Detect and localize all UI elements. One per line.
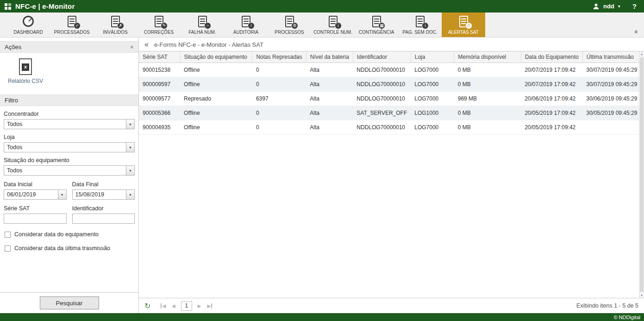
- sidebar-collapse-icon[interactable]: «: [144, 41, 149, 48]
- breadcrumb: « e-Forms NFC-e - e-Monitor - Alertas SA…: [139, 38, 644, 51]
- toolbar-item-inv-lidos[interactable]: ✗ INVÁLIDOS: [94, 13, 137, 37]
- app-logo-icon: [5, 3, 11, 10]
- toolbar-item-label: PROCESSADOS: [54, 30, 89, 35]
- column-header[interactable]: Última transmissão: [582, 51, 644, 63]
- table-cell: NDDLOG70000010: [353, 63, 411, 77]
- toolbar-item-controle-num[interactable]: i CONTROLE NUM.: [311, 13, 355, 37]
- toolbar-item-dashboard[interactable]: DASHBOARD: [6, 13, 50, 37]
- table-row[interactable]: 900005366Offline0AltaSAT_SERVER_OFFLOG10…: [139, 106, 644, 120]
- page-number-input[interactable]: 1: [181, 301, 192, 311]
- toolbar-item-auditoria[interactable]: i AUDITORIA: [224, 13, 268, 37]
- table-cell: 0 MB: [454, 120, 521, 135]
- table-cell: 0: [252, 77, 306, 92]
- checkbox-icon[interactable]: [5, 245, 11, 252]
- table-cell: Alta: [306, 63, 353, 77]
- results-grid: Série SATSituação do equipamentoNotas Re…: [139, 51, 644, 298]
- situacao-value: Todos: [4, 166, 126, 175]
- toolbar-item-label: PAG. SEM DOC.: [402, 30, 437, 35]
- toolbar-item-label: CORREÇÕES: [144, 30, 174, 35]
- next-page-button[interactable]: ▶: [196, 303, 203, 308]
- serie-sat-input[interactable]: [4, 214, 67, 224]
- chevron-down-icon[interactable]: ▼: [126, 166, 134, 175]
- toolbar-item-processados[interactable]: ✓ PROCESSADOS: [50, 13, 94, 37]
- column-header[interactable]: Notas Represadas: [252, 51, 306, 63]
- table-row[interactable]: 900004935Offline0AltaNDDLOG70000010LOG70…: [139, 120, 644, 135]
- refresh-icon[interactable]: ↻: [144, 302, 150, 310]
- help-button[interactable]: ?: [632, 2, 637, 10]
- table-cell: 0 MB: [454, 77, 521, 92]
- search-button[interactable]: Pesquisar: [40, 296, 99, 309]
- table-row[interactable]: 900015238Offline0AltaNDDLOG70000010LOG70…: [139, 63, 644, 77]
- identificador-input[interactable]: [72, 214, 135, 224]
- table-cell: 20/07/2019 17:09:42: [521, 63, 582, 77]
- situacao-select[interactable]: Todos ▼: [4, 165, 135, 176]
- user-menu[interactable]: ndd: [603, 3, 614, 10]
- column-header[interactable]: Identificador: [353, 51, 411, 63]
- table-cell: LOG7000: [411, 120, 454, 135]
- column-header[interactable]: Loja: [411, 51, 454, 63]
- table-row[interactable]: 900009577Represado6397AltaNDDLOG70000010…: [139, 92, 644, 106]
- table-cell: NDDLOG70000010: [353, 92, 411, 106]
- user-icon: [593, 3, 600, 10]
- table-cell: 30/07/2019 09:45:29: [582, 77, 644, 92]
- table-cell: 900005366: [139, 106, 180, 120]
- concentrador-select[interactable]: Todos ▼: [4, 119, 135, 129]
- toolbar-item-processos[interactable]: ⚙ PROCESSOS: [268, 13, 311, 37]
- chevron-down-icon[interactable]: ▼: [126, 120, 134, 129]
- toolbar-item-corre-es[interactable]: ✎ CORREÇÕES: [137, 13, 181, 37]
- processes-gear-icon: ⚙: [282, 15, 296, 28]
- prev-page-button[interactable]: ◀: [170, 303, 177, 308]
- concentrador-value: Todos: [4, 120, 126, 129]
- toolbar-item-label: FALHA NUM.: [188, 30, 216, 35]
- csv-report-button[interactable]: Relatório CSV: [7, 58, 44, 84]
- last-page-button[interactable]: ▶: [206, 303, 214, 308]
- table-cell: 0 MB: [454, 63, 521, 77]
- table-cell: Represado: [180, 92, 252, 106]
- table-cell: 20/07/2019 17:09:42: [521, 77, 582, 92]
- table-cell: Offline: [180, 63, 252, 77]
- column-header[interactable]: Memória disponível: [454, 51, 521, 63]
- checkbox-considerar-data-equipamento[interactable]: Considerar data do equipamento: [5, 231, 134, 238]
- column-header[interactable]: Data do Equipamento: [521, 51, 582, 63]
- table-cell: 0: [252, 106, 306, 120]
- table-cell: LOG7000: [411, 92, 454, 106]
- toolbar-item-pag-sem-doc[interactable]: i PAG. SEM DOC.: [398, 13, 442, 37]
- chevron-down-icon[interactable]: ▼: [58, 190, 66, 199]
- scrollbar-thumb[interactable]: [640, 57, 644, 292]
- scroll-down-icon[interactable]: ▼: [639, 294, 644, 297]
- user-caret-icon[interactable]: ▾: [618, 4, 620, 9]
- vertical-scrollbar[interactable]: ▲ ▼: [639, 51, 644, 298]
- column-header[interactable]: Série SAT: [139, 51, 180, 63]
- column-header[interactable]: Situação do equipamento: [180, 51, 252, 63]
- pagination-bar: ↻ ◀ ◀ 1 ▶ ▶ Exibindo itens 1 - 5 de 5: [139, 298, 644, 313]
- loja-select[interactable]: Todos ▼: [4, 142, 135, 152]
- first-page-button[interactable]: ◀: [159, 303, 167, 308]
- toolbar-collapse-icon[interactable]: «: [633, 30, 640, 34]
- table-row[interactable]: 900009597Offline0AltaNDDLOG70000010LOG70…: [139, 77, 644, 92]
- situacao-label: Situação do equipamento: [4, 157, 135, 164]
- table-cell: 0 MB: [454, 106, 521, 120]
- toolbar-item-falha-num[interactable]: − FALHA NUM.: [181, 13, 224, 37]
- data-final-picker[interactable]: 15/08/2019 ▼: [72, 189, 135, 200]
- audit-doc-icon: i: [239, 15, 253, 28]
- chevron-down-icon[interactable]: ▼: [126, 143, 134, 152]
- toolbar-item-label: INVÁLIDOS: [103, 30, 127, 35]
- table-cell: Alta: [306, 106, 353, 120]
- toolbar-item-alertas-sat[interactable]: ◷ ALERTAS SAT: [442, 13, 485, 37]
- footer-bar: © NDDigital: [0, 313, 644, 321]
- identificador-label: Identificador: [72, 205, 135, 212]
- table-cell: Alta: [306, 92, 353, 106]
- toolbar-item-label: CONTROLE NUM.: [313, 30, 352, 35]
- data-inicial-picker[interactable]: 06/01/2019 ▼: [4, 189, 67, 200]
- app-title: NFC-e | e-Monitor: [15, 2, 75, 10]
- toolbar-item-conting-ncia[interactable]: ▦ CONTINGÊNCIA: [355, 13, 398, 37]
- checkbox-considerar-data-transmissao[interactable]: Considerar data da última trasmissão: [5, 245, 134, 252]
- contingency-doc-icon: ▦: [369, 15, 383, 28]
- scroll-up-icon[interactable]: ▲: [639, 52, 644, 56]
- chevron-down-icon[interactable]: ▼: [126, 190, 134, 199]
- toolbar-item-label: AUDITORIA: [233, 30, 258, 35]
- table-cell: 969 MB: [454, 92, 521, 106]
- column-header[interactable]: Nível da bateria: [306, 51, 353, 63]
- actions-collapse-icon[interactable]: «: [129, 45, 136, 49]
- checkbox-icon[interactable]: [5, 232, 11, 238]
